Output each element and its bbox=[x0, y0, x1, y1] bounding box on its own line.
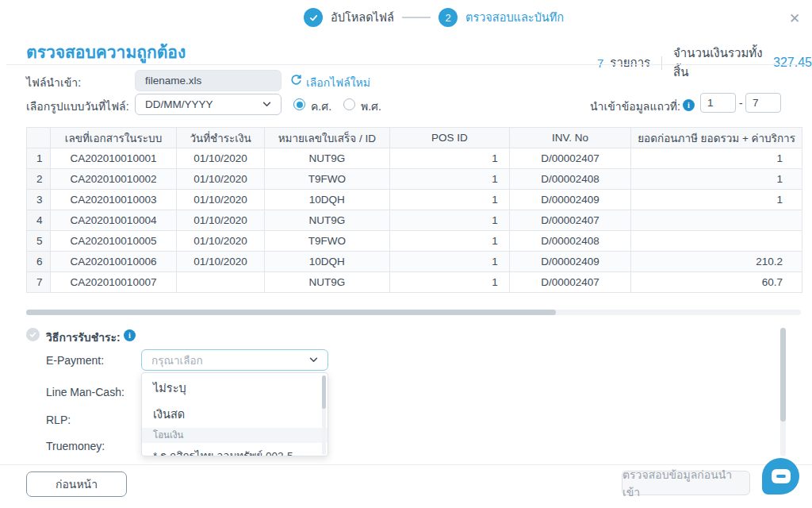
dropdown-scrollbar-thumb[interactable] bbox=[322, 375, 326, 409]
radio-ce-label[interactable]: ค.ศ. bbox=[311, 98, 331, 115]
table-row: 4 CA202010010004 01/10/2020 NUT9G 1 D/00… bbox=[27, 210, 802, 231]
record-count-label: รายการ bbox=[610, 53, 650, 72]
stepper: อัปโหลดไฟล์ 2 ตรวจสอบและบันทึก bbox=[304, 8, 564, 27]
step1-check-circle bbox=[304, 8, 323, 27]
dropdown-option-none[interactable]: ไม่ระบุ bbox=[142, 373, 327, 402]
horizontal-scrollbar-thumb[interactable] bbox=[26, 310, 556, 315]
step2-label: ตรวจสอบและบันทึก bbox=[465, 8, 564, 27]
vertical-scrollbar-thumb[interactable] bbox=[780, 328, 786, 421]
page-title: ตรวจสอบความถูกต้อง bbox=[26, 39, 186, 65]
close-icon[interactable]: ✕ bbox=[789, 10, 800, 27]
col-header-receipt: หมายเลขใบเสร็จ / ID bbox=[264, 128, 389, 148]
row-to-input[interactable]: 7 bbox=[745, 93, 781, 113]
refresh-icon[interactable] bbox=[289, 73, 302, 88]
col-header-doc: เลขที่เอกสารในระบบ bbox=[50, 128, 177, 148]
record-count-value: 7 bbox=[597, 56, 603, 70]
epayment-select[interactable]: กรุณาเลือก bbox=[141, 349, 328, 371]
row-range-separator: - bbox=[739, 97, 743, 110]
preview-table: เลขที่เอกสารในระบบ วันที่ชำระเงิน หมายเล… bbox=[26, 127, 802, 293]
radio-ce[interactable] bbox=[293, 98, 305, 110]
verify-button-label: ตรวจสอบข้อมูลก่อนนำเข้า bbox=[622, 466, 749, 501]
dropdown-group-transfer: โอนเงิน bbox=[142, 428, 327, 443]
date-format-select[interactable]: DD/MM/YYYY bbox=[135, 94, 282, 115]
radio-be-label[interactable]: พ.ศ. bbox=[361, 98, 381, 115]
total-amount-value: 327.45 bbox=[773, 56, 812, 70]
row-from-input[interactable]: 1 bbox=[700, 93, 736, 113]
epayment-dropdown-panel: ไม่ระบุ เงินสด โอนเงิน * ธ.กสิกรไทย ออมท… bbox=[141, 372, 328, 456]
table-row: 1 CA202010010001 01/10/2020 NUT9G 1 D/00… bbox=[27, 148, 802, 169]
epayment-label: E-Payment: bbox=[46, 354, 104, 367]
total-amount-label: จำนวนเงินรวมทั้งสิ้น bbox=[673, 44, 767, 82]
epayment-placeholder: กรุณาเลือก bbox=[151, 352, 203, 369]
table-header-row: เลขที่เอกสารในระบบ วันที่ชำระเงิน หมายเล… bbox=[27, 128, 802, 148]
chat-icon bbox=[772, 469, 791, 483]
preview-table-wrapper: เลขที่เอกสารในระบบ วันที่ชำระเงิน หมายเล… bbox=[26, 127, 802, 293]
col-header-amount: ยอดก่อนภาษี ยอดรวม + ค่าบริการ bbox=[631, 128, 802, 148]
radio-ce-dot bbox=[297, 102, 303, 108]
step2-number-circle: 2 bbox=[439, 8, 458, 27]
payment-section-check-icon bbox=[26, 328, 40, 341]
rlp-label: RLP: bbox=[46, 414, 71, 426]
step2-number: 2 bbox=[445, 12, 450, 24]
dropdown-option-cash[interactable]: เงินสด bbox=[142, 402, 327, 428]
col-header-rownum bbox=[27, 128, 51, 148]
file-import-label: ไฟล์นำเข้า: bbox=[26, 74, 81, 91]
table-row: 6 CA202010010006 01/10/2020 10DQH 1 D/00… bbox=[27, 252, 802, 272]
payment-method-label: วิธีการรับชำระ: bbox=[46, 329, 121, 346]
date-format-value: DD/MM/YYYY bbox=[145, 98, 213, 110]
import-verify-modal: อัปโหลดไฟล์ 2 ตรวจสอบและบันทึก ✕ ตรวจสอบ… bbox=[0, 0, 812, 508]
col-header-date: วันที่ชำระเงิน bbox=[177, 128, 264, 148]
stats-divider bbox=[661, 56, 662, 70]
check-icon bbox=[308, 13, 319, 23]
table-row: 2 CA202010010002 01/10/2020 T9FWO 1 D/00… bbox=[27, 169, 802, 190]
radio-be[interactable] bbox=[343, 98, 355, 110]
table-row: 3 CA202010010003 01/10/2020 10DQH 1 D/00… bbox=[27, 190, 802, 210]
chat-widget-button[interactable] bbox=[762, 458, 799, 495]
linemancash-label: Line Man-Cash: bbox=[46, 386, 124, 398]
chat-icon-line bbox=[776, 475, 786, 478]
header-stats: 7 รายการ จำนวนเงินรวมทั้งสิ้น 327.45 bbox=[597, 44, 812, 82]
filename-field[interactable]: filename.xls bbox=[135, 70, 282, 91]
col-header-pos: POS ID bbox=[389, 128, 509, 148]
table-row: 7 CA202010010007 NUT9G 1 D/00002407 60.7 bbox=[27, 272, 802, 293]
previous-button[interactable]: ก่อนหน้า bbox=[26, 471, 127, 497]
truemoney-label: Truemoney: bbox=[46, 440, 105, 452]
stepper-connector bbox=[402, 17, 431, 18]
col-header-inv: INV. No bbox=[509, 128, 630, 148]
info-icon-row-range[interactable]: i bbox=[683, 99, 695, 111]
step1-label: อัปโหลดไฟล์ bbox=[331, 8, 394, 27]
vertical-scrollbar-track[interactable] bbox=[780, 328, 786, 456]
choose-new-file-link[interactable]: เลือกไฟล์ใหม่ bbox=[306, 74, 370, 91]
table-row: 5 CA202010010005 01/10/2020 T9FWO 1 D/00… bbox=[27, 231, 802, 252]
filename-value: filename.xls bbox=[145, 75, 201, 87]
header-divider bbox=[6, 64, 806, 65]
previous-button-label: ก่อนหน้า bbox=[56, 475, 98, 493]
chevron-down-icon bbox=[309, 357, 318, 363]
verify-before-import-button[interactable]: ตรวจสอบข้อมูลก่อนนำเข้า bbox=[622, 471, 750, 495]
date-format-label: เลือกรูปแบบวันที่ไฟล์: bbox=[26, 98, 129, 115]
info-icon-payment[interactable]: i bbox=[124, 329, 136, 341]
dropdown-option-kbank[interactable]: * ธ.กสิกรไทย ออมทรัพย์ 002-5-93247-7 bbox=[142, 443, 327, 456]
chevron-down-icon bbox=[262, 102, 271, 107]
horizontal-scrollbar-track[interactable] bbox=[26, 310, 801, 315]
dropdown-scrollbar-track[interactable] bbox=[322, 375, 326, 455]
row-range-label: นำเข้าข้อมูลแถวที่: bbox=[590, 98, 680, 115]
